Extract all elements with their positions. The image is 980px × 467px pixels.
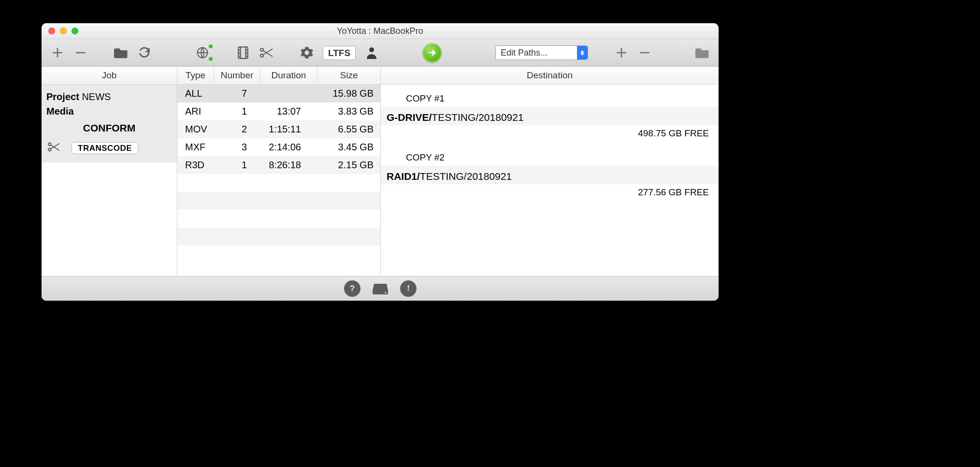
- number-cell: 1: [221, 102, 267, 120]
- type-cell: ALL: [177, 85, 221, 102]
- type-cell: MOV: [177, 120, 221, 138]
- project-value: NEWS: [82, 91, 111, 102]
- destination-header: Destination: [381, 67, 719, 85]
- duration-cell: [267, 85, 311, 102]
- svg-point-21: [48, 143, 51, 146]
- destination-free: 498.75 GB FREE: [381, 125, 719, 144]
- type-row[interactable]: ARI113:073.83 GB: [177, 102, 380, 120]
- project-label: Project: [46, 91, 79, 102]
- media-label: Media: [46, 106, 74, 117]
- window-title: YoYotta : MacBookPro: [42, 26, 719, 36]
- types-header-size[interactable]: Size: [317, 67, 380, 84]
- duration-cell: 13:07: [267, 102, 311, 120]
- size-cell: 3.45 GB: [311, 138, 380, 156]
- destination-path[interactable]: RAID1/TESTING/20180921: [381, 166, 719, 184]
- types-column: Type Number Duration Size ALL715.98 GBAR…: [177, 67, 381, 276]
- svg-point-17: [369, 47, 374, 52]
- type-row-empty: [177, 210, 380, 228]
- types-header-number[interactable]: Number: [214, 67, 260, 84]
- ltfs-button[interactable]: LTFS: [323, 46, 356, 60]
- edit-paths-select[interactable]: Edit Paths...: [495, 45, 588, 60]
- select-arrows-icon: [577, 46, 588, 59]
- content-area: Job Project NEWS Media CONFORM TRANSCODE: [42, 67, 719, 276]
- size-cell: 2.15 GB: [311, 156, 380, 174]
- type-row[interactable]: R3D18:26:182.15 GB: [177, 156, 380, 174]
- duration-cell: 8:26:18: [267, 156, 311, 174]
- number-cell: 2: [221, 120, 267, 138]
- type-cell: MXF: [177, 138, 221, 156]
- job-header: Job: [42, 67, 177, 85]
- type-row[interactable]: MXF32:14:063.45 GB: [177, 138, 380, 156]
- edit-paths-label: Edit Paths...: [496, 48, 577, 58]
- svg-point-13: [260, 48, 263, 51]
- titlebar: YoYotta : MacBookPro: [42, 23, 719, 39]
- destination-path[interactable]: G-DRIVE/TESTING/20180921: [381, 107, 719, 125]
- number-cell: 3: [221, 138, 267, 156]
- size-cell: 6.55 GB: [311, 120, 380, 138]
- job-panel: Project NEWS Media CONFORM TRANSCODE: [42, 85, 177, 162]
- type-cell: ARI: [177, 102, 221, 120]
- type-row-empty: [177, 228, 380, 246]
- job-empty-area: [42, 162, 177, 276]
- type-cell: R3D: [177, 156, 221, 174]
- type-row[interactable]: MOV21:15:116.55 GB: [177, 120, 380, 138]
- footer: ? !: [42, 276, 719, 301]
- duration-cell: 1:15:11: [267, 120, 311, 138]
- size-cell: 3.83 GB: [311, 102, 380, 120]
- job-column: Job Project NEWS Media CONFORM TRANSCODE: [42, 67, 177, 276]
- type-row-empty: [177, 174, 380, 192]
- disk-icon[interactable]: [372, 280, 389, 297]
- app-window: YoYotta : MacBookPro: [42, 23, 719, 301]
- folder-icon[interactable]: [114, 45, 129, 60]
- run-button[interactable]: [422, 43, 442, 62]
- number-cell: 1: [221, 156, 267, 174]
- svg-text:!: !: [407, 284, 410, 293]
- add-destination-button[interactable]: [614, 45, 629, 60]
- remove-destination-button[interactable]: [637, 45, 652, 60]
- scissors-icon: [46, 142, 61, 155]
- destination-free: 277.56 GB FREE: [381, 184, 719, 203]
- scissors-icon[interactable]: [259, 45, 274, 60]
- gear-icon[interactable]: [300, 45, 314, 60]
- number-cell: 7: [221, 85, 267, 102]
- destination-folder-icon[interactable]: [695, 45, 710, 60]
- help-button[interactable]: ?: [344, 280, 360, 297]
- types-body: ALL715.98 GBARI113:073.83 GBMOV21:15:116…: [177, 85, 380, 276]
- transcode-button[interactable]: TRANSCODE: [72, 142, 138, 154]
- svg-text:?: ?: [349, 284, 354, 293]
- add-job-button[interactable]: [50, 45, 65, 60]
- svg-point-27: [385, 292, 386, 293]
- duration-cell: 2:14:06: [267, 138, 311, 156]
- network-icon[interactable]: [195, 45, 210, 60]
- conform-label: CONFORM: [46, 118, 172, 139]
- destination-column: Destination COPY #1G-DRIVE/TESTING/20180…: [381, 67, 719, 276]
- destination-body: COPY #1G-DRIVE/TESTING/20180921498.75 GB…: [381, 85, 719, 276]
- toolbar: LTFS Edit Paths...: [42, 39, 719, 67]
- person-icon[interactable]: [364, 45, 379, 60]
- svg-point-14: [260, 54, 263, 57]
- refresh-icon[interactable]: [137, 45, 152, 60]
- type-row-empty: [177, 192, 380, 210]
- size-cell: 15.98 GB: [311, 85, 380, 102]
- types-header-type[interactable]: Type: [177, 67, 214, 84]
- remove-job-button[interactable]: [73, 45, 88, 60]
- types-header-duration[interactable]: Duration: [260, 67, 317, 84]
- film-icon[interactable]: [236, 45, 250, 60]
- svg-point-22: [48, 148, 51, 151]
- alert-button[interactable]: !: [400, 280, 417, 297]
- type-row-empty: [177, 246, 380, 263]
- copy-header: COPY #2: [381, 144, 719, 166]
- types-header-row: Type Number Duration Size: [177, 67, 380, 85]
- copy-header: COPY #1: [381, 85, 719, 107]
- type-row[interactable]: ALL715.98 GB: [177, 85, 380, 102]
